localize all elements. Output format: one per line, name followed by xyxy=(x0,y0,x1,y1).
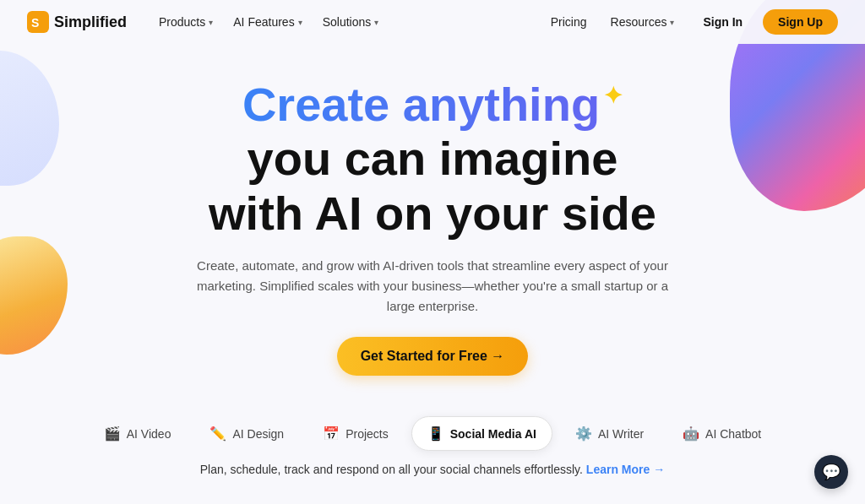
nav-right-items: Pricing Resources ▾ Sign In Sign Up xyxy=(542,9,838,35)
signin-button[interactable]: Sign In xyxy=(689,9,756,35)
learn-more-link[interactable]: Learn More → xyxy=(586,463,665,476)
nav-item-ai-features[interactable]: AI Features ▾ xyxy=(225,10,310,34)
nav-item-products[interactable]: Products ▾ xyxy=(150,10,221,34)
tab-social-media-ai[interactable]: 📱 Social Media AI xyxy=(411,416,552,451)
ai-video-icon: 🎬 xyxy=(104,425,121,442)
hero-line3: with AI on your side xyxy=(17,187,848,241)
svg-text:S: S xyxy=(31,16,39,30)
hero-heading: Create anything✦ you can imagine with AI… xyxy=(17,78,848,241)
ai-design-icon: ✏️ xyxy=(209,425,226,442)
tab-ai-chatbot[interactable]: 🤖 AI Chatbot xyxy=(666,416,777,451)
nav-item-pricing[interactable]: Pricing xyxy=(542,10,596,34)
hero-gradient-text: Create anything xyxy=(242,78,600,131)
nav-left-items: Products ▾ AI Features ▾ Solutions ▾ xyxy=(150,10,542,34)
tab-ai-writer[interactable]: ⚙️ AI Writer xyxy=(559,416,660,451)
chevron-products-icon: ▾ xyxy=(209,18,213,27)
nav-item-solutions[interactable]: Solutions ▾ xyxy=(314,10,388,34)
nav-item-resources[interactable]: Resources ▾ xyxy=(602,10,683,34)
brand-name: Simplified xyxy=(54,14,127,31)
logo-icon: S xyxy=(27,11,49,33)
chevron-ai-features-icon: ▾ xyxy=(298,18,302,27)
tab-projects[interactable]: 📅 Projects xyxy=(307,416,405,451)
ai-chatbot-icon: 🤖 xyxy=(683,425,699,442)
signup-button[interactable]: Sign Up xyxy=(763,9,838,35)
bottom-bar-text: Plan, schedule, track and respond on all… xyxy=(200,463,583,476)
hero-line2: you can imagine xyxy=(17,132,848,186)
hero-subtext: Create, automate, and grow with AI-drive… xyxy=(196,256,669,317)
bottom-bar: Plan, schedule, track and respond on all… xyxy=(0,463,865,476)
chevron-solutions-icon: ▾ xyxy=(374,18,378,27)
chat-bubble-icon: 💬 xyxy=(822,463,841,481)
chat-bubble-button[interactable]: 💬 xyxy=(814,455,848,489)
tab-ai-video[interactable]: 🎬 AI Video xyxy=(88,416,188,451)
navbar: S Simplified Products ▾ AI Features ▾ So… xyxy=(0,0,865,44)
tab-ai-design[interactable]: ✏️ AI Design xyxy=(193,416,300,451)
cta-button[interactable]: Get Started for Free → xyxy=(337,337,529,376)
sparkle-icon: ✦ xyxy=(603,83,623,110)
ai-writer-icon: ⚙️ xyxy=(575,425,592,442)
logo[interactable]: S Simplified xyxy=(27,11,127,33)
chevron-resources-icon: ▾ xyxy=(670,18,674,27)
projects-icon: 📅 xyxy=(323,425,340,442)
social-media-ai-icon: 📱 xyxy=(427,425,444,442)
feature-tabs: 🎬 AI Video ✏️ AI Design 📅 Projects 📱 Soc… xyxy=(0,416,865,451)
hero-section: Create anything✦ you can imagine with AI… xyxy=(0,44,865,393)
